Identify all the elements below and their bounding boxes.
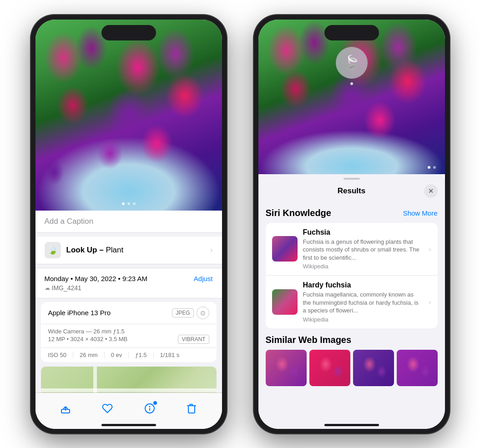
- flower-photo-2: [258, 20, 445, 174]
- adjust-button[interactable]: Adjust: [194, 275, 213, 282]
- similar-image-4[interactable]: [397, 350, 438, 386]
- favorite-button[interactable]: [97, 398, 117, 418]
- similar-image-1[interactable]: [266, 350, 307, 386]
- cloud-icon: ☁: [45, 285, 50, 291]
- siri-leaf-icon: 🍃: [343, 54, 361, 71]
- info-button[interactable]: [140, 398, 160, 418]
- info-badge: [152, 400, 158, 406]
- fuchsia-source: Wikipedia: [303, 263, 420, 270]
- knowledge-item-hardy[interactable]: Hardy fuchsia Fuchsia magellanica, commo…: [266, 276, 438, 328]
- hardy-title: Hardy fuchsia: [303, 281, 420, 289]
- lookup-text: Look Up – Plant: [66, 246, 124, 255]
- exif-ev: 0 ev: [111, 352, 129, 358]
- filename-row: ☁ IMG_4241: [45, 284, 213, 292]
- fuchsia-thumb-image: [272, 236, 298, 262]
- results-sheet: Results ✕ Siri Knowledge Show More: [258, 174, 445, 429]
- lookup-icon: 🍃: [45, 242, 61, 258]
- camera-line2: 12 MP • 3024 × 4032 • 3.5 MB VIBRANT: [48, 335, 209, 344]
- phone-1-content: Add a Caption 🍃 Look Up – Plant ›: [35, 20, 222, 429]
- photo-toolbar: [35, 393, 222, 429]
- share-button[interactable]: [56, 398, 76, 418]
- page-dots-2: [428, 166, 436, 169]
- metadata-section: Monday • May 30, 2022 • 9:23 AM Adjust ☁…: [35, 268, 222, 298]
- fuchsia-thumbnail: [272, 236, 298, 262]
- fuchsia-chevron-icon: ›: [429, 245, 431, 253]
- hardy-source: Wikipedia: [303, 316, 420, 323]
- knowledge-card: Fuchsia Fuchsia is a genus of flowering …: [266, 223, 438, 328]
- lookup-row[interactable]: 🍃 Look Up – Plant ›: [35, 237, 222, 264]
- flower-photo-1: [35, 20, 222, 211]
- exif-iso: ISO 50: [48, 352, 73, 358]
- fuchsia-text: Fuchsia Fuchsia is a genus of flowering …: [303, 228, 420, 270]
- device-name: Apple iPhone 13 Pro: [48, 309, 111, 317]
- phone-2: 🍃 Results ✕: [254, 15, 450, 433]
- similar-image-2[interactable]: [309, 350, 350, 386]
- fuchsia-description: Fuchsia is a genus of flowering plants t…: [303, 238, 420, 262]
- hardy-thumbnail: [272, 289, 298, 315]
- exif-row: ISO 50 26 mm 0 ev ƒ1.5 1/181 s: [41, 348, 217, 362]
- page-dots-1: [122, 202, 136, 205]
- photo-area-2[interactable]: 🍃: [258, 20, 445, 174]
- exif-aperture: ƒ1.5: [135, 352, 153, 358]
- device-row: Apple iPhone 13 Pro JPEG ⊙: [41, 302, 217, 324]
- caption-placeholder[interactable]: Add a Caption: [45, 217, 94, 226]
- home-indicator-1: [101, 424, 156, 426]
- phone-1: Add a Caption 🍃 Look Up – Plant ›: [31, 15, 227, 433]
- close-icon: ✕: [428, 187, 434, 195]
- hardy-thumb-image: [272, 289, 298, 315]
- format-badge: JPEG: [172, 308, 193, 317]
- phone-2-screen: 🍃 Results ✕: [258, 20, 445, 429]
- phone-2-content: 🍃 Results ✕: [258, 20, 445, 429]
- sheet-content[interactable]: Siri Knowledge Show More Fuchsia Fuchsia…: [258, 202, 445, 429]
- sheet-header: Results ✕: [258, 180, 445, 202]
- close-button[interactable]: ✕: [424, 184, 438, 198]
- device-section: Apple iPhone 13 Pro JPEG ⊙ Wide Camera —…: [41, 302, 217, 362]
- show-more-button[interactable]: Show More: [403, 209, 438, 217]
- dynamic-island-2: [324, 25, 379, 40]
- device-badges: JPEG ⊙: [172, 307, 209, 319]
- dot-p2-2: [433, 166, 436, 169]
- phone-1-screen: Add a Caption 🍃 Look Up – Plant ›: [35, 20, 222, 429]
- dot-1: [122, 202, 125, 205]
- exif-shutter: 1/181 s: [160, 352, 180, 358]
- lookup-label: Look Up –: [66, 246, 104, 254]
- similar-section-title: Similar Web Images: [266, 335, 438, 345]
- siri-knowledge-title: Siri Knowledge: [266, 208, 331, 218]
- siri-bubble: 🍃: [336, 47, 368, 79]
- similar-image-3[interactable]: [353, 350, 394, 386]
- dot-2: [127, 202, 130, 205]
- photo-date: Monday • May 30, 2022 • 9:23 AM: [45, 275, 147, 282]
- camera-row: Wide Camera — 26 mm ƒ1.5 12 MP • 3024 × …: [41, 324, 217, 348]
- knowledge-item-fuchsia[interactable]: Fuchsia Fuchsia is a genus of flowering …: [266, 223, 438, 276]
- caption-area[interactable]: Add a Caption: [35, 211, 222, 233]
- dynamic-island-1: [101, 25, 156, 40]
- hardy-description: Fuchsia magellanica, commonly known as t…: [303, 291, 420, 315]
- siri-knowledge-header: Siri Knowledge Show More: [266, 208, 438, 218]
- filename: IMG_4241: [52, 284, 81, 292]
- camera-line1: Wide Camera — 26 mm ƒ1.5: [48, 328, 209, 335]
- home-indicator-2: [324, 424, 379, 426]
- lookup-value: Plant: [106, 246, 123, 254]
- sheet-title: Results: [279, 186, 424, 196]
- hardy-chevron-icon: ›: [429, 298, 431, 306]
- delete-button[interactable]: [182, 398, 202, 418]
- map-road-h: [41, 388, 217, 392]
- similar-images-row: [266, 350, 438, 386]
- siri-indicator-dot: [350, 82, 353, 85]
- dot-3: [133, 202, 136, 205]
- vibrant-badge: VIBRANT: [178, 335, 209, 344]
- fuchsia-title: Fuchsia: [303, 228, 420, 237]
- lookup-chevron-icon: ›: [210, 246, 212, 254]
- exif-focal: 26 mm: [80, 352, 105, 358]
- hardy-text: Hardy fuchsia Fuchsia magellanica, commo…: [303, 281, 420, 323]
- camera-specs: 12 MP • 3024 × 4032 • 3.5 MB: [48, 336, 128, 342]
- dot-p2-1: [428, 166, 430, 169]
- leaf-icon: 🍃: [48, 245, 58, 255]
- photo-area-1[interactable]: [35, 20, 222, 211]
- date-row: Monday • May 30, 2022 • 9:23 AM Adjust: [45, 275, 213, 282]
- location-icon: ⊙: [197, 307, 209, 319]
